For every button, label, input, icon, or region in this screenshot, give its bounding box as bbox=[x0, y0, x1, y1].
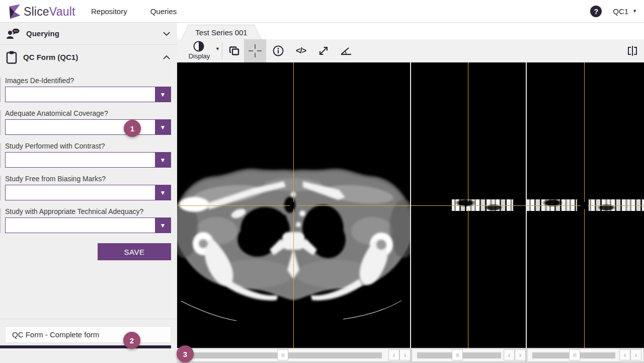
brand-name: SliceVault bbox=[24, 5, 75, 19]
crosshair-horizontal bbox=[411, 205, 464, 206]
chevron-left-icon[interactable]: ‹ bbox=[619, 349, 630, 360]
field-tick bbox=[0, 143, 1, 168]
viewer-toolbar: ▼ Display bbox=[177, 39, 644, 62]
brand-part2: Vault bbox=[49, 5, 75, 18]
field-label: Adequate Anatomical Coverage? bbox=[5, 109, 171, 119]
chevron-left-icon[interactable]: ‹ bbox=[388, 349, 399, 360]
anatomical-coverage-select[interactable]: ▼ bbox=[5, 119, 171, 135]
display-label: Display bbox=[186, 52, 212, 60]
field-label: Study Performed with Contrast? bbox=[5, 142, 171, 152]
dropdown-triangle-icon: ▼ bbox=[160, 157, 166, 163]
crosshair-horizontal bbox=[471, 205, 526, 206]
qc-form-notification: QC Form - Complete form bbox=[5, 326, 171, 343]
info-icon bbox=[272, 45, 284, 57]
angle-measure-button[interactable] bbox=[335, 39, 357, 62]
toolbar-divider bbox=[222, 42, 222, 59]
select-dropdown-button[interactable]: ▼ bbox=[155, 87, 171, 102]
slice-scrollbar-bar: ‹ › ‹ › ‹ › bbox=[177, 348, 644, 363]
viewport-axial[interactable] bbox=[177, 62, 410, 348]
split-view-button[interactable] bbox=[621, 39, 643, 62]
contrast-icon bbox=[193, 41, 204, 52]
clipboard-icon bbox=[6, 51, 17, 64]
images-deidentified-select[interactable]: ▼ bbox=[5, 87, 171, 102]
form-field-technical-adequacy: Study with Appropriate Technical Adequac… bbox=[5, 207, 171, 233]
chevron-right-icon[interactable]: › bbox=[515, 349, 526, 360]
save-button[interactable]: SAVE bbox=[98, 243, 171, 260]
annotation-badge-2[interactable]: 2 bbox=[123, 332, 140, 349]
form-field-biasing-marks: Study Free from Biasing Marks? ▼ bbox=[5, 175, 171, 200]
select-dropdown-button[interactable]: ▼ bbox=[155, 120, 171, 134]
crosshair-vertical bbox=[468, 62, 468, 202]
crosshair-horizontal bbox=[297, 205, 410, 206]
copy-layout-button[interactable] bbox=[223, 39, 246, 62]
sidebar-section-querying[interactable]: Querying bbox=[0, 23, 177, 45]
crosshair-tool-button[interactable] bbox=[244, 39, 266, 62]
series-tabbar: Test Series 001 bbox=[177, 23, 644, 39]
copy-icon bbox=[228, 45, 240, 57]
annotation-badge-3[interactable]: 3 bbox=[177, 345, 194, 362]
code-icon: </> bbox=[296, 46, 306, 55]
dropdown-triangle-icon: ▼ bbox=[160, 190, 166, 196]
field-label: Study Free from Biasing Marks? bbox=[5, 175, 171, 185]
field-label: Images De-Identified? bbox=[5, 77, 171, 87]
angle-icon bbox=[340, 45, 353, 57]
dropdown-triangle-icon: ▼ bbox=[160, 124, 166, 130]
crosshair-horizontal bbox=[588, 205, 644, 206]
select-dropdown-button[interactable]: ▼ bbox=[155, 153, 171, 167]
brand-logo[interactable]: SliceVault bbox=[5, 3, 75, 21]
tab-test-series[interactable]: Test Series 001 bbox=[181, 25, 262, 39]
form-field-images-deidentified: Images De-Identified? ▼ bbox=[5, 77, 171, 102]
user-label: QC1 bbox=[613, 7, 628, 16]
slicevault-logo-icon bbox=[5, 3, 22, 21]
querying-user-chat-icon bbox=[6, 28, 20, 39]
coronal-slice-scrollbar: ‹ › bbox=[412, 348, 526, 362]
field-label: Study with Appropriate Technical Adequac… bbox=[5, 207, 171, 217]
scrollbar-thumb[interactable] bbox=[277, 349, 288, 360]
brand-part1: Slice bbox=[24, 5, 49, 18]
select-dropdown-button[interactable]: ▼ bbox=[155, 185, 171, 200]
code-view-button[interactable]: </> bbox=[290, 39, 312, 62]
user-menu[interactable]: QC1 ▼ bbox=[613, 7, 637, 16]
chevron-right-icon[interactable]: › bbox=[630, 349, 641, 360]
header-right: ? QC1 ▼ bbox=[590, 0, 637, 23]
scrollbar-thumb[interactable] bbox=[569, 349, 580, 360]
app-header: SliceVault Repository Queries ? QC1 ▼ bbox=[0, 0, 644, 23]
chevron-up-icon bbox=[163, 55, 170, 59]
nav-repository[interactable]: Repository bbox=[91, 7, 127, 16]
dropdown-triangle-icon: ▼ bbox=[160, 92, 166, 98]
contrast-select[interactable]: ▼ bbox=[5, 152, 171, 168]
biasing-marks-select[interactable]: ▼ bbox=[5, 185, 171, 200]
crosshair-vertical bbox=[293, 209, 294, 348]
field-tick bbox=[0, 176, 1, 200]
expand-arrows-icon bbox=[317, 45, 330, 57]
viewport-coronal[interactable] bbox=[411, 62, 526, 348]
display-menu-button[interactable]: ▼ Display bbox=[186, 40, 212, 61]
info-button[interactable] bbox=[267, 39, 289, 62]
select-value bbox=[6, 87, 155, 102]
field-tick bbox=[0, 110, 1, 135]
split-view-icon bbox=[626, 45, 639, 56]
select-dropdown-button[interactable]: ▼ bbox=[155, 218, 171, 233]
select-value bbox=[6, 218, 155, 233]
crosshair-horizontal bbox=[177, 205, 290, 206]
crosshair-icon bbox=[248, 43, 263, 58]
fullscreen-button[interactable] bbox=[312, 39, 335, 62]
field-tick bbox=[0, 208, 1, 233]
crosshair-vertical bbox=[584, 209, 585, 348]
viewport-sagittal[interactable] bbox=[527, 62, 644, 348]
field-tick bbox=[0, 78, 1, 102]
technical-adequacy-select[interactable]: ▼ bbox=[5, 217, 171, 233]
annotation-badge-1[interactable]: 1 bbox=[124, 120, 141, 137]
chevron-left-icon[interactable]: ‹ bbox=[504, 349, 515, 360]
sidebar-progress-bar bbox=[0, 345, 171, 348]
chevron-down-icon bbox=[163, 32, 170, 36]
chevron-right-icon[interactable]: › bbox=[399, 349, 411, 360]
chevron-down-icon: ▼ bbox=[215, 46, 220, 51]
sidebar-section-label: QC Form (QC1) bbox=[23, 53, 78, 61]
dropdown-triangle-icon: ▼ bbox=[160, 223, 166, 229]
select-value bbox=[6, 185, 155, 200]
sidebar-section-qcform[interactable]: QC Form (QC1) bbox=[0, 45, 177, 69]
scrollbar-thumb[interactable] bbox=[452, 349, 463, 360]
help-icon[interactable]: ? bbox=[590, 6, 602, 17]
nav-queries[interactable]: Queries bbox=[150, 7, 177, 16]
